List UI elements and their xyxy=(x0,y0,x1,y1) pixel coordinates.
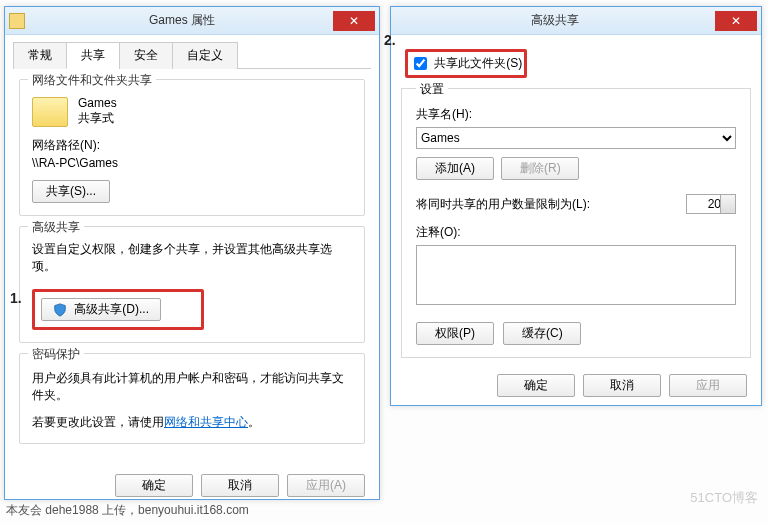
tab-pane: 网络文件和文件夹共享 Games 共享式 网络路径(N): \\RA-PC\Ga… xyxy=(5,69,379,464)
password-line2: 若要更改此设置，请使用网络和共享中心。 xyxy=(32,414,352,431)
window-title-2: 高级共享 xyxy=(395,12,715,29)
close-button-2[interactable]: ✕ xyxy=(715,11,757,31)
tabs: 常规 共享 安全 自定义 xyxy=(13,41,371,69)
advanced-sharing-window: 高级共享 ✕ 共享此文件夹(S) 设置 共享名(H): Games 添加(A) … xyxy=(390,6,762,406)
folder-icon-large xyxy=(32,97,68,127)
share-folder-label[interactable]: 共享此文件夹(S) xyxy=(410,56,522,70)
advanced-sharing-button[interactable]: 高级共享(D)... xyxy=(41,298,161,321)
window-title-1: Games 属性 xyxy=(31,12,333,29)
highlight-share-checkbox: 共享此文件夹(S) xyxy=(405,49,527,78)
shield-icon xyxy=(53,303,67,317)
properties-window: Games 属性 ✕ 常规 共享 安全 自定义 网络文件和文件夹共享 Games… xyxy=(4,6,380,500)
apply-button-1[interactable]: 应用(A) xyxy=(287,474,365,497)
titlebar-2: 高级共享 ✕ xyxy=(391,7,761,35)
footer-text: 本友会 dehe1988 上传，benyouhui.it168.com xyxy=(6,502,249,519)
window1-buttons: 确定 取消 应用(A) xyxy=(5,464,379,507)
cancel-button-1[interactable]: 取消 xyxy=(201,474,279,497)
highlight-advanced-button: 高级共享(D)... xyxy=(32,289,204,330)
sharename-select[interactable]: Games xyxy=(416,127,736,149)
tab-security[interactable]: 安全 xyxy=(119,42,173,69)
settings-panel: 设置 共享名(H): Games 添加(A) 删除(R) 将同时共享的用户数量限… xyxy=(401,88,751,358)
cancel-button-2[interactable]: 取消 xyxy=(583,374,661,397)
share-folder-checkbox[interactable] xyxy=(414,57,427,70)
network-center-link[interactable]: 网络和共享中心 xyxy=(164,415,248,429)
group3-title: 密码保护 xyxy=(28,346,84,363)
network-path-label: 网络路径(N): xyxy=(32,137,352,154)
close-button-1[interactable]: ✕ xyxy=(333,11,375,31)
sharename-label: 共享名(H): xyxy=(416,106,736,123)
add-button[interactable]: 添加(A) xyxy=(416,157,494,180)
group2-title: 高级共享 xyxy=(28,219,84,236)
password-line1: 用户必须具有此计算机的用户帐户和密码，才能访问共享文件夹。 xyxy=(32,370,352,404)
group-network-sharing: 网络文件和文件夹共享 Games 共享式 网络路径(N): \\RA-PC\Ga… xyxy=(19,79,365,216)
tab-sharing[interactable]: 共享 xyxy=(66,42,120,69)
network-path-value: \\RA-PC\Games xyxy=(32,156,352,170)
apply-button-2[interactable]: 应用 xyxy=(669,374,747,397)
share-button[interactable]: 共享(S)... xyxy=(32,180,110,203)
window2-buttons: 确定 取消 应用 xyxy=(391,364,761,407)
folder-icon xyxy=(9,13,25,29)
annotation-2: 2. xyxy=(384,32,396,48)
group-password: 密码保护 用户必须具有此计算机的用户帐户和密码，才能访问共享文件夹。 若要更改此… xyxy=(19,353,365,444)
settings-title: 设置 xyxy=(416,81,448,98)
tab-general[interactable]: 常规 xyxy=(13,42,67,69)
annotation-1: 1. xyxy=(10,290,22,306)
folder-name: Games xyxy=(78,96,117,110)
ok-button-2[interactable]: 确定 xyxy=(497,374,575,397)
titlebar-1: Games 属性 ✕ xyxy=(5,7,379,35)
advanced-desc: 设置自定义权限，创建多个共享，并设置其他高级共享选项。 xyxy=(32,241,352,275)
adv-btn-label: 高级共享(D)... xyxy=(74,302,149,316)
tab-customize[interactable]: 自定义 xyxy=(172,42,238,69)
folder-status: 共享式 xyxy=(78,110,117,127)
comment-textarea[interactable] xyxy=(416,245,736,305)
limit-spinner[interactable] xyxy=(686,194,736,214)
limit-label: 将同时共享的用户数量限制为(L): xyxy=(416,196,686,213)
cache-button[interactable]: 缓存(C) xyxy=(503,322,581,345)
group-advanced-sharing: 高级共享 设置自定义权限，创建多个共享，并设置其他高级共享选项。 高级共享(D)… xyxy=(19,226,365,343)
group1-title: 网络文件和文件夹共享 xyxy=(28,72,156,89)
permissions-button[interactable]: 权限(P) xyxy=(416,322,494,345)
ok-button-1[interactable]: 确定 xyxy=(115,474,193,497)
watermark: 51CTO博客 xyxy=(690,489,758,507)
delete-button[interactable]: 删除(R) xyxy=(501,157,579,180)
comment-label: 注释(O): xyxy=(416,224,736,241)
